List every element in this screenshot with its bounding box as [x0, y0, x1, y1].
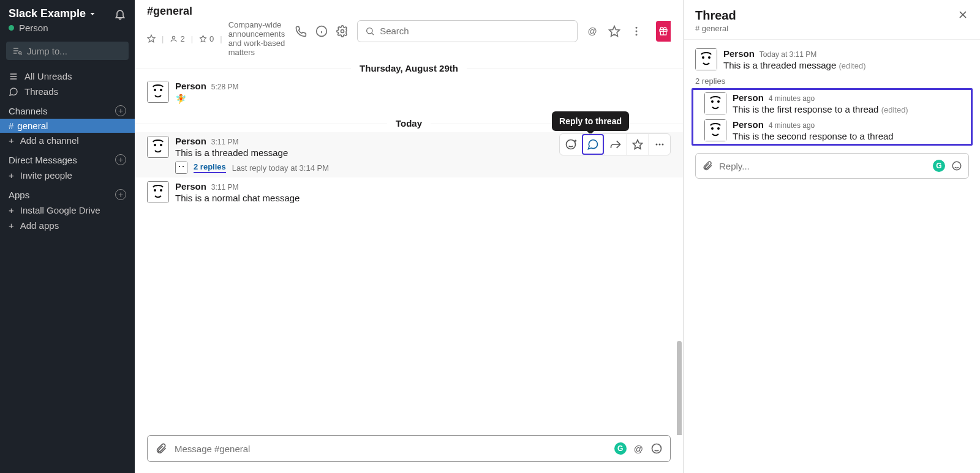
- plus-icon: +: [9, 135, 14, 146]
- member-count[interactable]: 2: [170, 34, 184, 43]
- notifications-bell-icon[interactable]: [114, 8, 126, 20]
- svg-point-8: [636, 30, 638, 32]
- grammarly-icon[interactable]: G: [614, 442, 627, 455]
- main-area: #general | 2 | 0: [135, 0, 980, 473]
- thread-title: Thread: [695, 9, 736, 23]
- reply-thread-icon[interactable]: [582, 134, 604, 155]
- svg-rect-36: [704, 119, 726, 141]
- thread-reply[interactable]: Person4 minutes ago This is the first re…: [693, 90, 971, 117]
- thread-root-message[interactable]: PersonToday at 3:11 PM This is a threade…: [684, 46, 980, 73]
- search-box[interactable]: [357, 20, 578, 42]
- svg-rect-23: [175, 162, 187, 174]
- search-icon: [365, 26, 375, 36]
- mention-icon[interactable]: @: [634, 444, 643, 454]
- svg-point-15: [567, 140, 576, 149]
- mentions-icon[interactable]: @: [586, 25, 598, 37]
- message-hover-actions: [559, 133, 671, 155]
- info-icon[interactable]: [315, 25, 328, 37]
- grammarly-icon[interactable]: G: [933, 160, 945, 172]
- add-app-plus-icon[interactable]: +: [115, 189, 126, 200]
- svg-point-7: [636, 26, 638, 28]
- thread-subtitle[interactable]: # general: [695, 24, 736, 33]
- channel-title[interactable]: #general: [147, 5, 285, 18]
- settings-gear-icon[interactable]: [336, 25, 349, 37]
- svg-point-28: [160, 189, 162, 192]
- chevron-down-icon: [88, 10, 97, 18]
- svg-point-0: [19, 51, 21, 54]
- gift-button[interactable]: [656, 21, 671, 42]
- channel-topic[interactable]: Company-wide announcements and work-base…: [228, 20, 285, 57]
- message-time: 5:28 PM: [211, 83, 239, 91]
- thread-last-reply: Last reply today at 3:14 PM: [232, 163, 329, 173]
- scrollbar-thumb[interactable]: [677, 341, 682, 435]
- add-channel-row[interactable]: + Add a channel: [0, 133, 135, 148]
- message-row[interactable]: Person3:11 PM This is a normal chat mess…: [135, 177, 683, 207]
- message-row[interactable]: Person5:28 PM 🧚: [135, 77, 683, 114]
- phone-icon[interactable]: [295, 25, 307, 37]
- thread-replies-link[interactable]: 2 replies: [194, 162, 226, 173]
- workspace-switcher[interactable]: Slack Example: [9, 7, 97, 20]
- invite-people-row[interactable]: + Invite people: [0, 168, 135, 183]
- svg-point-24: [179, 166, 180, 167]
- add-channel-plus-icon[interactable]: +: [115, 105, 126, 116]
- avatar: [704, 119, 726, 141]
- message-author[interactable]: Person: [733, 119, 764, 130]
- svg-point-4: [341, 29, 344, 32]
- jump-to-button[interactable]: Jump to...: [6, 42, 129, 60]
- more-vertical-icon[interactable]: [630, 25, 643, 37]
- attach-icon[interactable]: [702, 160, 713, 171]
- avatar: [147, 81, 169, 103]
- svg-point-22: [160, 144, 162, 146]
- save-message-star-icon[interactable]: [626, 134, 648, 155]
- message-author[interactable]: Person: [175, 136, 206, 146]
- channel-item-general[interactable]: # general: [0, 119, 135, 133]
- message-list[interactable]: Thursday, August 29th Person5:28 PM 🧚 To…: [135, 59, 683, 435]
- workspace-name: Slack Example: [9, 7, 86, 20]
- close-thread-icon[interactable]: [957, 9, 969, 21]
- message-attachment-emoji[interactable]: 🧚: [175, 94, 192, 111]
- more-actions-icon[interactable]: [648, 134, 670, 155]
- message-author[interactable]: Person: [175, 81, 206, 91]
- star-channel-icon[interactable]: [147, 34, 156, 43]
- message-author[interactable]: Person: [733, 92, 764, 103]
- pin-count[interactable]: 0: [199, 34, 214, 43]
- search-input[interactable]: [380, 26, 570, 36]
- svg-point-2: [173, 36, 175, 39]
- channel-header: #general | 2 | 0: [135, 0, 683, 59]
- svg-point-21: [154, 144, 156, 146]
- thread-summary[interactable]: 2 replies Last reply today at 3:14 PM: [175, 162, 329, 174]
- composer-input[interactable]: [175, 444, 607, 454]
- svg-rect-26: [147, 181, 169, 203]
- emoji-icon[interactable]: [650, 442, 663, 455]
- message-body: This is a threaded message: [175, 147, 329, 158]
- channel-meta: | 2 | 0 | Company-wide announcements and…: [147, 20, 285, 57]
- message-body: This is a threaded message: [723, 60, 836, 70]
- plus-icon: +: [9, 170, 14, 181]
- message-author[interactable]: Person: [723, 48, 755, 59]
- add-apps-row[interactable]: + Add apps: [0, 218, 135, 233]
- install-google-drive-row[interactable]: + Install Google Drive: [0, 203, 135, 218]
- attach-icon[interactable]: [155, 442, 167, 455]
- dm-section-header: Direct Messages +: [0, 148, 135, 168]
- jump-icon: [12, 46, 22, 56]
- message-composer[interactable]: G @: [147, 435, 671, 462]
- avatar: [695, 48, 717, 70]
- add-channel-label: Add a channel: [20, 135, 79, 146]
- new-dm-plus-icon[interactable]: +: [115, 154, 126, 165]
- thread-reply-input[interactable]: [719, 161, 927, 171]
- sidebar-threads[interactable]: Threads: [0, 84, 135, 99]
- share-message-icon[interactable]: [604, 134, 626, 155]
- star-icon[interactable]: [608, 25, 620, 37]
- sidebar-all-unreads[interactable]: All Unreads: [0, 69, 135, 84]
- svg-point-14: [160, 89, 162, 91]
- emoji-icon[interactable]: [951, 160, 962, 171]
- svg-point-5: [367, 28, 372, 33]
- thread-reply[interactable]: Person4 minutes ago This is the second r…: [693, 117, 971, 144]
- thread-reply-composer[interactable]: G: [695, 153, 969, 179]
- channel-pane: #general | 2 | 0: [135, 0, 684, 473]
- message-author[interactable]: Person: [175, 181, 206, 192]
- message-time: 3:11 PM: [211, 138, 239, 146]
- user-presence[interactable]: Person: [0, 23, 135, 39]
- add-reaction-icon[interactable]: [560, 134, 582, 155]
- svg-marker-6: [609, 26, 620, 36]
